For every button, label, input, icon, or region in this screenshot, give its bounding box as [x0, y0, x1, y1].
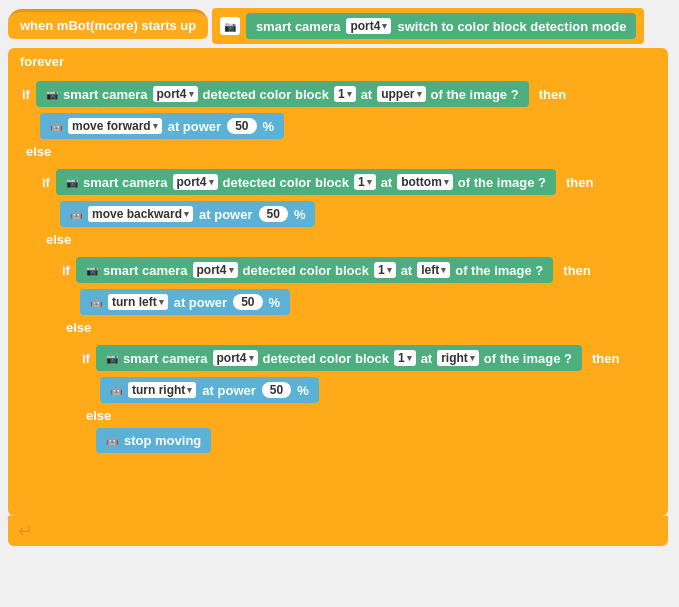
then-2: then: [566, 175, 593, 190]
robot-icon-1: 🤖: [50, 121, 62, 132]
unit-2: %: [294, 207, 306, 222]
blocknum-dd-2[interactable]: 1: [354, 174, 376, 190]
if-keyword-1: if: [22, 87, 30, 102]
action-dd-3[interactable]: turn left: [108, 294, 168, 310]
spacer-1: [22, 495, 654, 503]
camera-icon: 📷: [220, 17, 240, 35]
power-val-4: 50: [262, 382, 291, 398]
if-body-3: 🤖 turn left at power 50 %: [80, 286, 642, 318]
green-init-block[interactable]: smart camera port4 switch to color block…: [246, 13, 637, 39]
detected-3: detected color block: [243, 263, 369, 278]
cam-icon-1: 📷: [46, 89, 58, 100]
detected-4: detected color block: [263, 351, 389, 366]
detected-2: detected color block: [223, 175, 349, 190]
then-1: then: [539, 87, 566, 102]
condition-block-3[interactable]: 📷 smart camera port4 detected color bloc…: [76, 257, 553, 283]
at-1: at: [361, 87, 373, 102]
init-camera-label: smart camera: [256, 19, 341, 34]
robot-icon-5: 🤖: [106, 435, 118, 446]
stop-body: 🤖 stop moving: [96, 425, 636, 456]
else-3: else: [62, 318, 642, 337]
unit-1: %: [263, 119, 275, 134]
unit-3: %: [269, 295, 281, 310]
if-body-2: 🤖 move backward at power 50 %: [60, 198, 648, 230]
port-dd-3[interactable]: port4: [193, 262, 238, 278]
if-header-3: if 📷 smart camera port4 detected color b…: [62, 254, 642, 286]
power-val-1: 50: [227, 118, 256, 134]
detected-1: detected color block: [203, 87, 329, 102]
condition-block-2[interactable]: 📷 smart camera port4 detected color bloc…: [56, 169, 556, 195]
if-body-4: 🤖 turn right at power 50 %: [100, 374, 636, 406]
init-action-label: switch to color block detection mode: [397, 19, 626, 34]
suffix-2: of the image ?: [458, 175, 546, 190]
pos-dd-2[interactable]: bottom: [397, 174, 453, 190]
at-4: at: [421, 351, 433, 366]
suffix-4: of the image ?: [484, 351, 572, 366]
blocknum-dd-4[interactable]: 1: [394, 350, 416, 366]
else-4: else: [82, 406, 636, 425]
port-dd-2[interactable]: port4: [173, 174, 218, 190]
else-2: else: [42, 230, 648, 249]
at-3: at: [401, 263, 413, 278]
if-block-3: if 📷 smart camera port4 detected color b…: [56, 251, 648, 480]
if-block-4: if 📷 smart camera port4 detected color b…: [76, 339, 642, 467]
action-block-1[interactable]: 🤖 move forward at power 50 %: [40, 113, 284, 139]
event-label: when mBot(mcore) starts up: [20, 18, 196, 33]
pos-dd-3[interactable]: left: [417, 262, 450, 278]
spacer-2: [42, 482, 648, 490]
forever-label: forever: [16, 52, 660, 73]
port-dd-1[interactable]: port4: [153, 86, 198, 102]
condition-block-1[interactable]: 📷 smart camera port4 detected color bloc…: [36, 81, 529, 107]
pos-dd-1[interactable]: upper: [377, 86, 425, 102]
suffix-1: of the image ?: [431, 87, 519, 102]
init-block[interactable]: 📷 smart camera port4 switch to color blo…: [212, 8, 645, 44]
then-4: then: [592, 351, 619, 366]
action-block-4[interactable]: 🤖 turn right at power 50 %: [100, 377, 319, 403]
if-block-2: if 📷 smart camera port4 detected color b…: [36, 163, 654, 493]
if-block-1: if 📷 smart camera port4 detected color b…: [16, 75, 660, 506]
robot-icon-2: 🤖: [70, 209, 82, 220]
if-header-1: if 📷 smart camera port4 detected color b…: [22, 78, 654, 110]
return-arrow: ↵: [18, 521, 33, 541]
action-dd-2[interactable]: move backward: [88, 206, 193, 222]
condition-block-4[interactable]: 📷 smart camera port4 detected color bloc…: [96, 345, 582, 371]
power-val-2: 50: [259, 206, 288, 222]
if-header-2: if 📷 smart camera port4 detected color b…: [42, 166, 648, 198]
stop-block[interactable]: 🤖 stop moving: [96, 428, 211, 453]
if-body-1: 🤖 move forward at power 50 %: [40, 110, 654, 142]
blocknum-dd-1[interactable]: 1: [334, 86, 356, 102]
cam-icon-3: 📷: [86, 265, 98, 276]
init-port-dropdown[interactable]: port4: [346, 18, 391, 34]
then-3: then: [563, 263, 590, 278]
action-dd-1[interactable]: move forward: [68, 118, 162, 134]
action-block-2[interactable]: 🤖 move backward at power 50 %: [60, 201, 315, 227]
blocks-container: when mBot(mcore) starts up 📷 smart camer…: [8, 8, 671, 546]
spacer-4: [82, 456, 636, 464]
robot-icon-3: 🤖: [90, 297, 102, 308]
unit-4: %: [297, 383, 309, 398]
if-keyword-3: if: [62, 263, 70, 278]
if-keyword-2: if: [42, 175, 50, 190]
cam-icon-2: 📷: [66, 177, 78, 188]
spacer-3: [62, 469, 642, 477]
suffix-3: of the image ?: [455, 263, 543, 278]
at-2: at: [381, 175, 393, 190]
blocknum-dd-3[interactable]: 1: [374, 262, 396, 278]
action-block-3[interactable]: 🤖 turn left at power 50 %: [80, 289, 290, 315]
cam-icon-4: 📷: [106, 353, 118, 364]
cam-label-1: smart camera: [63, 87, 148, 102]
power-val-3: 50: [233, 294, 262, 310]
action-dd-4[interactable]: turn right: [128, 382, 196, 398]
if-header-4: if 📷 smart camera port4 detected color b…: [82, 342, 636, 374]
else-1: else: [22, 142, 654, 161]
forever-block: forever if 📷 smart camera port4 detected…: [8, 48, 668, 516]
robot-icon-4: 🤖: [110, 385, 122, 396]
cam-label-2: smart camera: [83, 175, 168, 190]
cam-label-4: smart camera: [123, 351, 208, 366]
stop-label: stop moving: [124, 433, 201, 448]
cam-label-3: smart camera: [103, 263, 188, 278]
pos-dd-4[interactable]: right: [437, 350, 479, 366]
footer-arrow-block: ↵: [8, 516, 668, 546]
port-dd-4[interactable]: port4: [213, 350, 258, 366]
event-block[interactable]: when mBot(mcore) starts up: [8, 9, 208, 39]
